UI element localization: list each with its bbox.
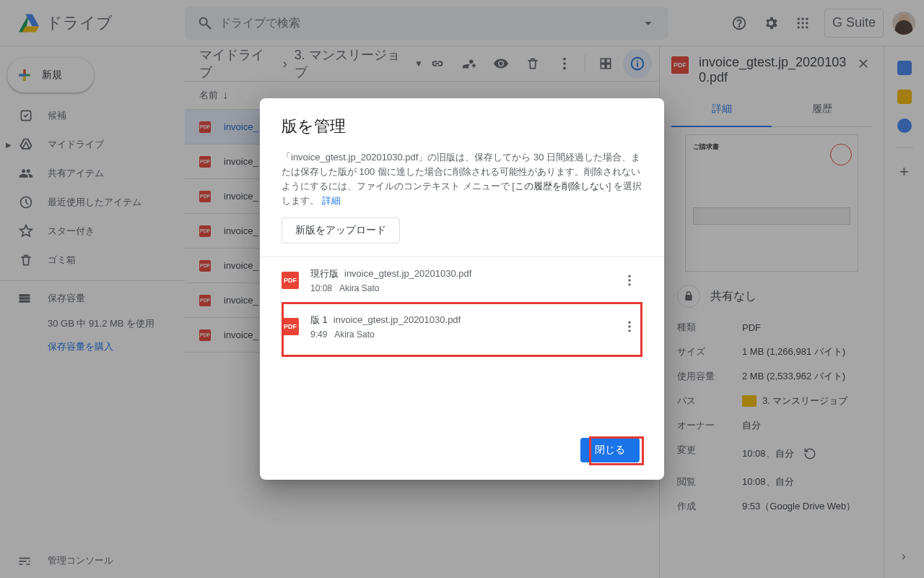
version-item: PDF版 1invoice_gtest.jp_20201030.pdf9:49A… [260, 303, 664, 350]
version-filename: invoice_gtest.jp_20201030.pdf [334, 314, 461, 325]
version-user: Akira Sato [334, 329, 374, 340]
svg-point-27 [628, 325, 630, 327]
pdf-icon: PDF [282, 318, 299, 335]
version-item: PDF現行版invoice_gtest.jp_20201030.pdf10:08… [260, 257, 664, 303]
version-time: 9:49 [310, 329, 327, 340]
svg-point-28 [628, 329, 630, 332]
pdf-icon: PDF [282, 272, 299, 289]
version-more-icon[interactable] [616, 314, 642, 340]
version-list: PDF現行版invoice_gtest.jp_20201030.pdf10:08… [260, 256, 664, 350]
version-tag: 現行版 [310, 267, 339, 280]
dialog-close-button[interactable]: 閉じる [580, 438, 640, 462]
svg-point-26 [628, 321, 630, 323]
version-more-icon[interactable] [616, 267, 642, 293]
svg-point-24 [628, 279, 630, 281]
learn-more-link[interactable]: 詳細 [322, 195, 341, 206]
version-time: 10:08 [310, 283, 332, 293]
svg-point-25 [628, 283, 630, 285]
version-filename: invoice_gtest.jp_20201030.pdf [344, 268, 471, 279]
version-user: Akira Sato [339, 283, 379, 293]
svg-point-23 [628, 275, 630, 277]
upload-version-button[interactable]: 新版をアップロード [282, 217, 400, 243]
version-tag: 版 1 [310, 314, 328, 327]
dialog-description: 「invoice_gtest.jp_20201030.pdf」の旧版は、保存して… [282, 150, 642, 209]
manage-versions-dialog: 版を管理 「invoice_gtest.jp_20201030.pdf」の旧版は… [260, 98, 664, 480]
dialog-title: 版を管理 [282, 116, 642, 137]
